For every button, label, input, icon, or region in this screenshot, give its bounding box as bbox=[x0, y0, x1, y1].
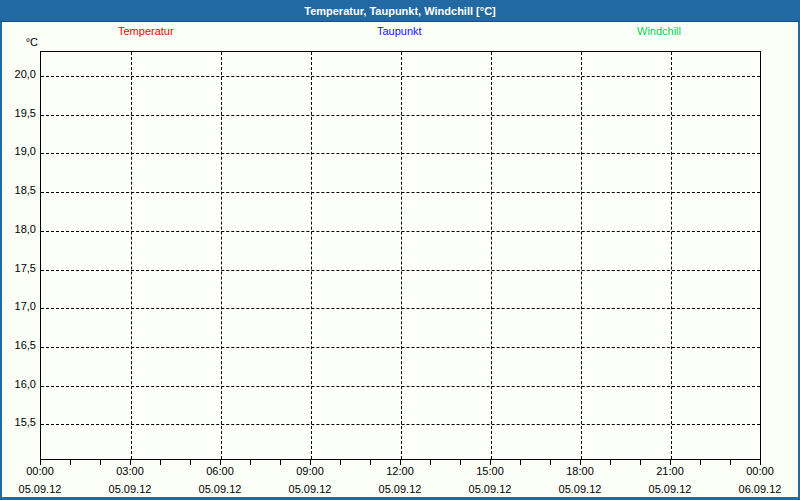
x-axis-tick bbox=[250, 460, 251, 465]
x-tick-date-label: 05.09.12 bbox=[185, 483, 255, 495]
x-tick-time-label: 21:00 bbox=[640, 465, 700, 477]
x-tick-time-label: 00:00 bbox=[730, 465, 790, 477]
x-gridline bbox=[221, 52, 222, 459]
x-axis-tick bbox=[160, 460, 161, 465]
x-axis-tick bbox=[700, 460, 701, 465]
x-axis-tick bbox=[610, 460, 611, 465]
legend-item-taupunkt: Taupunkt bbox=[377, 25, 422, 37]
window-frame-left bbox=[0, 22, 2, 500]
x-axis-tick bbox=[520, 460, 521, 465]
x-gridline bbox=[581, 52, 582, 459]
x-tick-time-label: 09:00 bbox=[280, 465, 340, 477]
y-tick-label: 15,5 bbox=[0, 416, 36, 428]
x-tick-date-label: 05.09.12 bbox=[545, 483, 615, 495]
x-tick-time-label: 12:00 bbox=[370, 465, 430, 477]
x-tick-date-label: 05.09.12 bbox=[5, 483, 75, 495]
y-tick-label: 20,0 bbox=[0, 68, 36, 80]
x-gridline bbox=[311, 52, 312, 459]
x-tick-time-label: 18:00 bbox=[550, 465, 610, 477]
y-tick-label: 18,0 bbox=[0, 223, 36, 235]
legend-item-temperatur: Temperatur bbox=[118, 25, 174, 37]
x-tick-date-label: 05.09.12 bbox=[455, 483, 525, 495]
legend-item-windchill: Windchill bbox=[637, 25, 681, 37]
y-tick-label: 19,0 bbox=[0, 145, 36, 157]
y-tick-label: 18,5 bbox=[0, 184, 36, 196]
x-axis-tick bbox=[430, 460, 431, 465]
x-axis-tick bbox=[340, 460, 341, 465]
y-tick-label: 16,0 bbox=[0, 378, 36, 390]
x-axis-tick bbox=[70, 460, 71, 465]
y-tick-label: 17,0 bbox=[0, 300, 36, 312]
x-tick-date-label: 05.09.12 bbox=[635, 483, 705, 495]
x-tick-time-label: 03:00 bbox=[100, 465, 160, 477]
x-tick-time-label: 06:00 bbox=[190, 465, 250, 477]
x-tick-time-label: 00:00 bbox=[10, 465, 70, 477]
plot-area bbox=[40, 51, 761, 460]
x-gridline bbox=[401, 52, 402, 459]
x-tick-date-label: 05.09.12 bbox=[95, 483, 165, 495]
x-gridline bbox=[491, 52, 492, 459]
chart-window: Temperatur, Taupunkt, Windchill [°C] Tem… bbox=[0, 0, 800, 500]
y-tick-label: 17,5 bbox=[0, 262, 36, 274]
x-tick-time-label: 15:00 bbox=[460, 465, 520, 477]
y-tick-label: 16,5 bbox=[0, 339, 36, 351]
x-gridline bbox=[131, 52, 132, 459]
x-tick-date-label: 05.09.12 bbox=[365, 483, 435, 495]
title-bar: Temperatur, Taupunkt, Windchill [°C] bbox=[0, 0, 800, 22]
x-tick-date-label: 06.09.12 bbox=[725, 483, 795, 495]
x-gridline bbox=[671, 52, 672, 459]
y-axis-unit-label: °C bbox=[22, 36, 38, 48]
x-tick-date-label: 05.09.12 bbox=[275, 483, 345, 495]
chart-title: Temperatur, Taupunkt, Windchill [°C] bbox=[304, 5, 496, 17]
y-tick-label: 19,5 bbox=[0, 107, 36, 119]
